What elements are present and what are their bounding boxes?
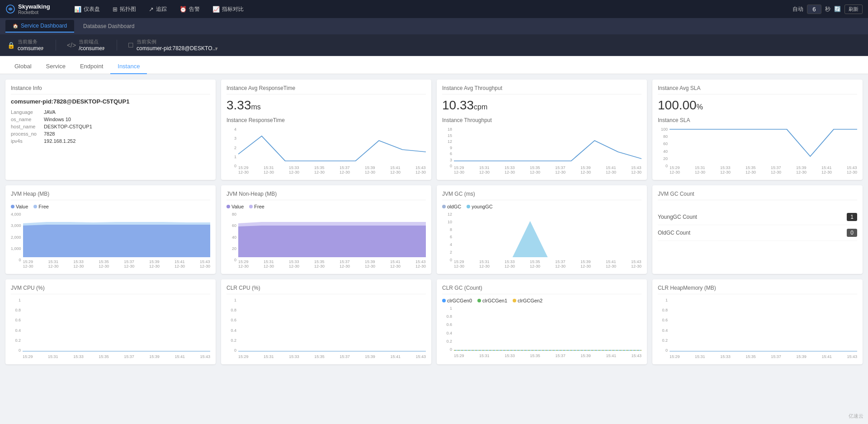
info-language-val: JAVA	[44, 109, 56, 115]
sla-chart-svg	[670, 127, 857, 163]
jvm-nonheap-area: 15:2912-3015:3112-3015:3312-3015:3512-30…	[238, 212, 426, 269]
heap-value-dot	[11, 205, 14, 208]
tab-service[interactable]: Service	[39, 59, 73, 74]
tab-database-dashboard[interactable]: Database Dashboard	[76, 20, 142, 32]
jvm-gc-x-labels: 15:2912-3015:3112-3015:3312-3015:3512-30…	[454, 259, 642, 269]
info-language: Language JAVA	[11, 109, 210, 115]
jvm-nonheap-title: JVM Non-Heap (MB)	[226, 191, 426, 200]
clr-cpu-y-labels: 10.80.60.40.20	[226, 298, 236, 359]
brand-logo: Skywalking Rocketbot	[5, 3, 60, 15]
sla-chart-wrapper: 100806040200 15:2912-3015:3112-3015:3312…	[658, 127, 857, 174]
clr-heapmemory-title: CLR HeapMemory (MB)	[658, 285, 857, 294]
jvm-heap-title: JVM Heap (MB)	[11, 191, 210, 200]
nav-dashboard[interactable]: 📊 仪表盘	[69, 4, 105, 15]
info-osname: os_name Windows 10	[11, 117, 210, 122]
trace-icon: ↗	[149, 6, 154, 13]
instance-label: 当前实例	[137, 38, 218, 45]
jvm-heap-area: 15:2912-3015:3112-3015:3312-3015:3512-30…	[23, 212, 210, 269]
svg-marker-5	[513, 221, 548, 257]
topology-icon: ⊞	[113, 6, 118, 13]
service-control: 🔒 当前服务 comsumer ▼	[7, 38, 45, 52]
top-nav: Skywalking Rocketbot 📊 仪表盘 ⊞ 拓扑图 ↗ 追踪 ⏰ …	[0, 0, 868, 18]
jvm-cpu-chart-wrapper: 10.80.60.40.20 15:2915:3115:3315:3515:37…	[11, 298, 210, 359]
clr-gc-y-labels: 10.80.60.40.20	[442, 306, 452, 358]
sla-y-labels: 100806040200	[658, 127, 668, 174]
tab-instance[interactable]: Instance	[110, 59, 147, 74]
jvm-cpu-title: JVM CPU (%)	[11, 285, 210, 294]
nav-trace-label: 追踪	[156, 5, 167, 13]
jvm-nonheap-legend: Value Free	[226, 204, 426, 209]
service-dash-icon: 🏠	[13, 24, 18, 28]
nav-dashboard-label: 仪表盘	[84, 5, 100, 13]
clr-gc-chart-wrapper: 10.80.60.40.20 15:2915:3115:3315:3515:37…	[442, 306, 642, 358]
service-chevron: ▼	[40, 46, 45, 51]
avg-sla-metric: 100.00%	[658, 98, 857, 113]
info-ipv4-val: 192.168.1.252	[44, 138, 75, 144]
clr-heapmemory-y-labels: 10.80.60.40.20	[658, 298, 668, 359]
tab-global[interactable]: Global	[7, 59, 39, 74]
clr-gc-area: 15:2915:3115:3315:3515:3715:3915:4115:43	[454, 306, 642, 358]
avg-sla-unit: %	[697, 103, 703, 111]
instance-icon: ☐	[128, 42, 134, 49]
clr-gc-x-labels: 15:2915:3115:3315:3515:3715:3915:4115:43	[454, 353, 642, 358]
service-dashboard-label: Service Dashboard	[21, 23, 67, 29]
info-ipv4-key: ipv4s	[11, 138, 40, 144]
clr-gc-title: CLR GC (Count)	[442, 285, 642, 294]
jvm-cpu-card: JVM CPU (%) 10.80.60.40.20 15:2915:3115:…	[5, 279, 216, 364]
jvm-nonheap-y-labels: 806040200	[226, 212, 236, 269]
tab-instance-label: Instance	[118, 63, 140, 70]
info-hostname: host_name DESKTOP-C5TQUP1	[11, 124, 210, 129]
brand-subname: Rocketbot	[18, 10, 50, 15]
nav-trace[interactable]: ↗ 追踪	[143, 4, 172, 15]
sla-x-labels: 15:2912-3015:3112-3015:3312-3015:3512-30…	[670, 165, 857, 174]
auto-label: 自动	[793, 5, 803, 13]
jvm-nonheap-chart-wrapper: 806040200 15:2912-3015:3112-3015:3312-30…	[226, 212, 426, 269]
avg-throughput-title: Instance Avg Throughput	[442, 85, 642, 94]
response-chart-svg	[238, 127, 426, 163]
response-y-labels: 43210	[226, 127, 236, 174]
avg-response-metric: 3.33ms	[226, 98, 426, 113]
clr-cpu-title: CLR CPU (%)	[226, 285, 426, 294]
jvm-gc-chart-wrapper: 121086420 15:2912-3015:3112-3015:3312-30…	[442, 212, 642, 269]
avg-response-title: Instance Avg ResponseTime	[226, 85, 426, 94]
instance-info-card: Instance Info comsumer-pid:7828@DESKTOP-…	[5, 80, 216, 180]
top-right-controls: 自动 秒 🔄 刷新	[793, 5, 863, 14]
tab-endpoint[interactable]: Endpoint	[73, 59, 110, 74]
refresh-button[interactable]: 刷新	[844, 5, 863, 14]
nonheap-value-dot	[226, 205, 230, 208]
brand-icon	[5, 4, 15, 14]
younggc-dot	[467, 205, 470, 208]
throughput-chart-svg	[454, 127, 642, 163]
tab-service-dashboard[interactable]: 🏠 Service Dashboard	[5, 20, 74, 33]
info-osname-val: Windows 10	[44, 117, 71, 122]
svg-marker-4	[238, 226, 426, 257]
nonheap-free-dot	[249, 205, 253, 208]
clrgcgen2-dot	[513, 299, 516, 302]
info-language-key: Language	[11, 109, 40, 115]
auto-interval-input[interactable]	[807, 5, 821, 14]
database-dashboard-label: Database Dashboard	[83, 23, 134, 29]
info-processno-val: 7828	[44, 131, 55, 137]
clr-heapmemory-area: 15:2915:3115:3315:3515:3715:3915:4115:43	[670, 298, 857, 359]
nav-topology-label: 拓扑图	[120, 5, 136, 13]
response-chart-title: Instance ResponseTime	[226, 117, 426, 123]
avg-throughput-card: Instance Avg Throughput 10.33cpm Instanc…	[437, 80, 647, 180]
gc-count-rows: YoungGC Count 1 OldGC Count 0	[658, 209, 857, 241]
endpoint-chevron: ▼	[101, 46, 106, 51]
clrgcgen1-dot	[477, 299, 481, 302]
response-x-labels: 15:2912-3015:3112-3015:3312-3015:3512-30…	[238, 165, 426, 174]
page-tabs: Global Service Endpoint Instance	[0, 56, 868, 74]
oldgc-count-row: OldGC Count 0	[658, 225, 857, 241]
nav-alarm[interactable]: ⏰ 告警	[174, 4, 205, 15]
nav-metrics[interactable]: 📈 指标对比	[207, 4, 249, 15]
clr-cpu-chart-wrapper: 10.80.60.40.20 15:2915:3115:3315:3515:37…	[226, 298, 426, 359]
separator-1	[56, 40, 56, 51]
jvm-heap-svg	[23, 212, 210, 257]
avg-sla-title: Instance Avg SLA	[658, 85, 857, 94]
info-osname-key: os_name	[11, 117, 40, 122]
service-value: comsumer	[18, 45, 43, 52]
younggc-count-row: YoungGC Count 1	[658, 209, 857, 225]
nav-topology[interactable]: ⊞ 拓扑图	[107, 4, 142, 15]
clr-gc-card: CLR GC (Count) clrGCGen0 clrGCGen1 clrGC…	[437, 279, 647, 364]
avg-response-card: Instance Avg ResponseTime 3.33ms Instanc…	[221, 80, 431, 180]
